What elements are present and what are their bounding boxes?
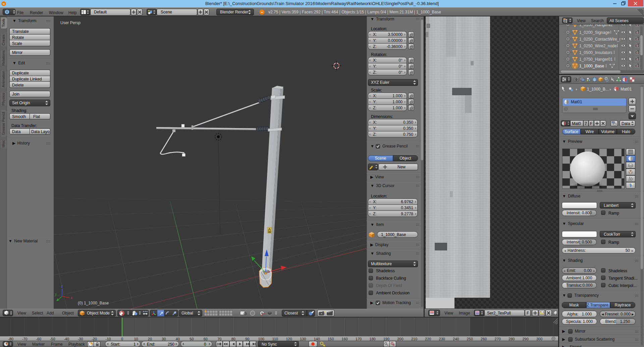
svg-text:170: 170: [356, 337, 362, 341]
svg-text:10: 10: [134, 337, 138, 341]
svg-text:Physics: Physics: [1, 93, 5, 106]
svg-text:1_0200_Signage: 1_0200_Signage: [579, 30, 610, 35]
svg-text:230: 230: [439, 337, 445, 341]
svg-text:210: 210: [411, 337, 417, 341]
svg-text:60: 60: [204, 337, 208, 341]
svg-text:i: i: [7, 10, 8, 14]
svg-text:-60: -60: [36, 337, 41, 341]
svg-text:Create: Create: [1, 34, 5, 45]
svg-text:-50: -50: [50, 337, 55, 341]
svg-text:40: 40: [176, 337, 180, 341]
svg-text:-80: -80: [8, 337, 13, 341]
svg-text:50: 50: [190, 337, 194, 341]
svg-text:-30: -30: [78, 337, 83, 341]
svg-text:290: 290: [522, 337, 528, 341]
svg-text:140: 140: [314, 337, 320, 341]
svg-text:-10: -10: [106, 337, 111, 341]
svg-text:1_0250_ContactWire_r: 1_0250_ContactWire_r: [579, 37, 621, 42]
svg-text:240: 240: [453, 337, 459, 341]
svg-text:220: 220: [425, 337, 431, 341]
svg-text:70: 70: [217, 337, 221, 341]
svg-text:z: z: [61, 284, 63, 288]
svg-text:y: y: [55, 292, 57, 296]
svg-text:280: 280: [508, 337, 515, 341]
svg-text:100: 100: [258, 337, 264, 341]
svg-text:1_0100_Hanger02: 1_0100_Hanger02: [579, 24, 613, 27]
svg-text:1_0500_Insulators: 1_0500_Insulators: [579, 50, 612, 55]
svg-text:Tools: Tools: [1, 18, 5, 27]
svg-text:300: 300: [536, 337, 542, 341]
svg-text:190: 190: [383, 337, 389, 341]
svg-text:Misc: Misc: [1, 140, 5, 148]
svg-text:160: 160: [341, 337, 347, 341]
svg-text:180: 180: [369, 337, 375, 341]
svg-text:150: 150: [328, 337, 334, 341]
svg-text:0: 0: [121, 337, 123, 341]
svg-text:-70: -70: [22, 337, 28, 341]
svg-text:90: 90: [245, 337, 249, 341]
svg-text:1_1000_B...: 1_1000_B...: [587, 87, 609, 92]
svg-text:Relations: Relations: [1, 50, 5, 66]
svg-text:1_0250_Wire2_node: 1_0250_Wire2_node: [579, 44, 617, 48]
svg-text:Grease Pencil: Grease Pencil: [1, 112, 5, 135]
svg-text:270: 270: [495, 337, 501, 341]
svg-text:1_1000_Base: 1_1000_Base: [579, 64, 604, 68]
svg-text:20: 20: [148, 337, 152, 341]
svg-text:110: 110: [272, 337, 278, 341]
svg-text:30: 30: [162, 337, 166, 341]
svg-text:Animation: Animation: [1, 71, 5, 88]
svg-text:1_0750_Hanger01: 1_0750_Hanger01: [579, 57, 613, 62]
svg-text:-20: -20: [92, 337, 97, 341]
svg-text:x: x: [71, 296, 72, 300]
svg-text:260: 260: [481, 337, 487, 341]
svg-text:200: 200: [397, 337, 403, 341]
svg-text:120: 120: [286, 337, 292, 341]
svg-text:250: 250: [467, 337, 473, 341]
svg-text:130: 130: [300, 337, 306, 341]
svg-text:Mat01: Mat01: [621, 87, 632, 92]
svg-text:-40: -40: [64, 337, 69, 341]
svg-text:80: 80: [231, 337, 235, 341]
